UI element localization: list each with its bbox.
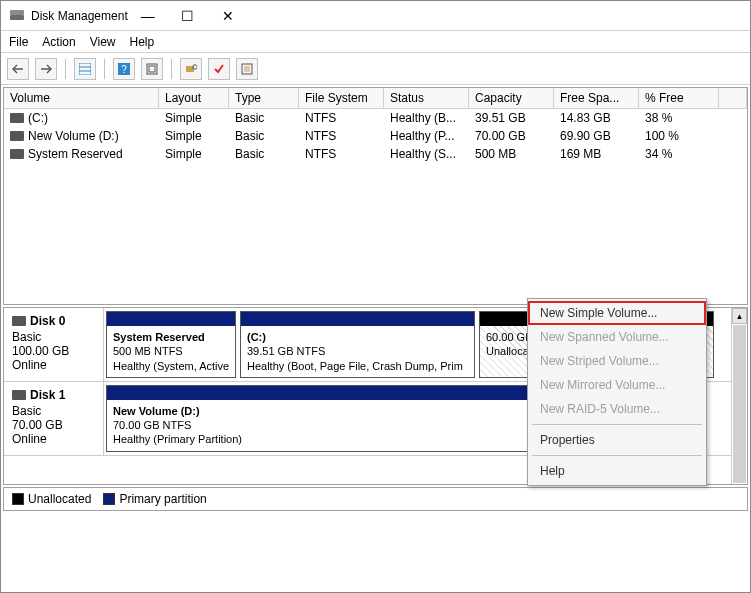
volume-list: Volume Layout Type File System Status Ca… [3,87,748,305]
unallocated-swatch [12,493,24,505]
menu-item[interactable]: New Simple Volume... [528,301,706,325]
legend-primary: Primary partition [119,492,206,506]
col-freespace[interactable]: Free Spa... [554,88,639,108]
toolbar: ? [1,53,750,85]
graphical-view: Disk 0Basic100.00 GBOnlineSystem Reserve… [3,307,748,485]
view-list-button[interactable] [74,58,96,80]
legend: Unallocated Primary partition [3,487,748,511]
menu-file[interactable]: File [9,35,28,49]
menu-action[interactable]: Action [42,35,75,49]
table-row[interactable]: (C:) Simple Basic NTFS Healthy (B... 39.… [4,109,747,127]
menu-item-help[interactable]: Help [528,459,706,483]
disk-label[interactable]: Disk 1Basic70.00 GBOnline [4,382,104,455]
volume-icon [10,149,24,159]
window-title: Disk Management [31,9,128,23]
menu-item: New Spanned Volume... [528,325,706,349]
col-type[interactable]: Type [229,88,299,108]
legend-unallocated: Unallocated [28,492,91,506]
menu-item: New RAID-5 Volume... [528,397,706,421]
col-volume[interactable]: Volume [4,88,159,108]
properties-button[interactable] [236,58,258,80]
vertical-scrollbar[interactable]: ▲ [731,308,747,484]
col-filesystem[interactable]: File System [299,88,384,108]
svg-rect-0 [10,15,24,20]
disk-icon [12,390,26,400]
maximize-button[interactable]: ☐ [168,2,208,30]
menu-item: New Mirrored Volume... [528,373,706,397]
menubar: File Action View Help [1,31,750,53]
svg-rect-8 [149,66,155,72]
volume-icon [10,131,24,141]
menu-item-properties[interactable]: Properties [528,428,706,452]
back-button[interactable] [7,58,29,80]
forward-button[interactable] [35,58,57,80]
menu-view[interactable]: View [90,35,116,49]
scroll-up-icon[interactable]: ▲ [732,308,747,324]
svg-rect-2 [79,63,91,75]
col-layout[interactable]: Layout [159,88,229,108]
col-capacity[interactable]: Capacity [469,88,554,108]
table-row[interactable]: System Reserved Simple Basic NTFS Health… [4,145,747,163]
menu-help[interactable]: Help [130,35,155,49]
svg-text:?: ? [121,64,127,75]
col-pctfree[interactable]: % Free [639,88,719,108]
partition[interactable]: (C:)39.51 GB NTFSHealthy (Boot, Page Fil… [240,311,475,378]
titlebar: Disk Management — ☐ ✕ [1,1,750,31]
menu-item: New Striped Volume... [528,349,706,373]
scroll-thumb[interactable] [733,325,746,483]
volume-icon [10,113,24,123]
rescan-button[interactable] [180,58,202,80]
disk-icon [12,316,26,326]
svg-rect-1 [10,10,24,15]
refresh-button[interactable] [141,58,163,80]
col-status[interactable]: Status [384,88,469,108]
close-button[interactable]: ✕ [208,2,248,30]
action-button[interactable] [208,58,230,80]
app-icon [9,8,25,24]
table-row[interactable]: New Volume (D:) Simple Basic NTFS Health… [4,127,747,145]
volume-list-header: Volume Layout Type File System Status Ca… [4,88,747,109]
disk-label[interactable]: Disk 0Basic100.00 GBOnline [4,308,104,381]
minimize-button[interactable]: — [128,2,168,30]
context-menu: New Simple Volume...New Spanned Volume..… [527,298,707,486]
primary-swatch [103,493,115,505]
help-button[interactable]: ? [113,58,135,80]
partition[interactable]: System Reserved500 MB NTFSHealthy (Syste… [106,311,236,378]
